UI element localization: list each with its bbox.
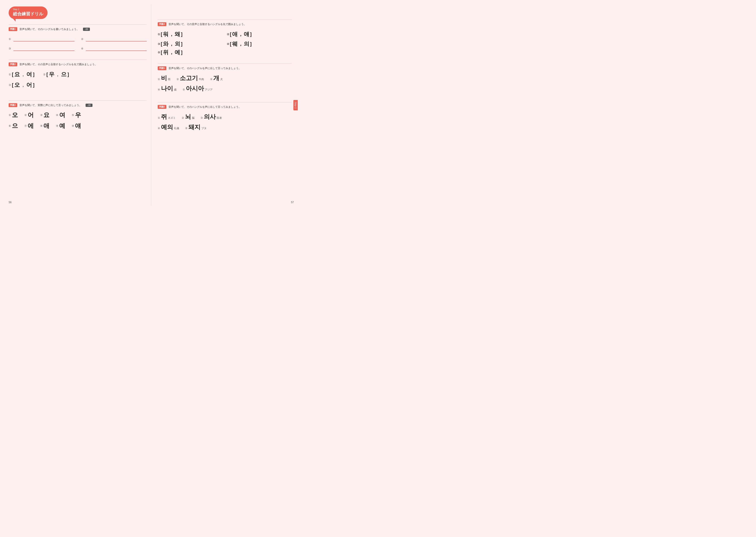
- mondai1-audio[interactable]: ↓00: [83, 28, 90, 31]
- mondai4-header: 問題4 音声を聞いて、その音声と合致するハングルを丸で囲みましょう。: [158, 22, 292, 26]
- mondai6-i1: ① 쥐 ネズミ: [158, 113, 176, 121]
- mondai3-instruction: 音声を聞いて、実際に声に出して言ってみましょう。: [20, 103, 82, 107]
- writing-num-3: ③: [9, 47, 12, 50]
- mondai5-i5: ⑤ 아시아 アジア: [183, 84, 213, 93]
- mondai4-i5: ⑤ [ 위 ， 예 ]: [158, 49, 292, 56]
- title-text: 総合練習ドリル: [13, 11, 43, 17]
- mondai6-i3: ③ 의사 医者: [200, 113, 222, 121]
- mondai5-section: 問題5 音声を聞いて、そのハングルを声に出して言ってみましょう。 ① 비 雨 ②…: [158, 63, 292, 98]
- mondai3-row1: ① 오 ② 어 ③ 요 ④ 여: [9, 111, 147, 119]
- mondai4-i4: ④ [ 웨 ， 의 ]: [227, 40, 292, 48]
- page-number-right: 57: [291, 201, 294, 204]
- mondai3-r1i2: ② 어: [24, 111, 34, 119]
- writing-num-2: ②: [81, 38, 84, 41]
- mondai6-i5: ⑤ 돼지 ブタ: [185, 123, 206, 131]
- write-line-2[interactable]: [86, 36, 147, 41]
- page-number-left: 56: [9, 201, 12, 204]
- mondai4-single: ⑤ [ 위 ， 예 ]: [158, 48, 292, 56]
- mondai3-r2i4: ⑨ 예: [56, 122, 65, 130]
- mondai6-row2: ④ 예의 礼儀 ⑤ 돼지 ブタ: [158, 123, 292, 131]
- mondai2-header: 問題2 音声を聞いて、その音声と合致するハングルを丸で囲みましょう。: [9, 62, 147, 66]
- write-line-4[interactable]: [86, 46, 147, 51]
- mondai3-section: 問題3 音声を聞いて、実際に声に出して言ってみましょう。 ↓00 ① 오 ② 어…: [9, 101, 147, 135]
- step-label: Step 1: [13, 8, 43, 11]
- mondai3-r2i5: ⑩ 얘: [72, 122, 81, 130]
- mondai3-r2i3: ⑧ 애: [40, 122, 50, 130]
- mondai2-badge: 問題2: [9, 62, 17, 66]
- mondai5-row2: ④ 나이 歳 ⑤ 아시아 アジア: [158, 84, 292, 93]
- header-bubble: Step 1 総合練習ドリル: [9, 7, 48, 19]
- mondai2-c2-num: ②: [43, 73, 46, 76]
- mondai3-r1i1: ① 오: [9, 111, 18, 119]
- mondai5-grid: ① 비 雨 ② 소고기 牛肉 ③ 개 犬: [158, 73, 292, 93]
- writing-num-1: ①: [9, 38, 12, 41]
- mondai3-r1i3: ③ 요: [40, 111, 50, 119]
- mondai3-audio[interactable]: ↓00: [86, 103, 93, 107]
- mondai6-instruction: 音声を聞いて、そのハングルを声に出して言ってみましょう。: [168, 105, 241, 109]
- writing-grid: ① ② ③ ④: [9, 34, 147, 51]
- mondai3-badge: 問題3: [9, 103, 17, 107]
- page-container: Step 1 総合練習ドリル 問題1 音声を聞いて、そのハングルを書いてみましょ…: [0, 0, 302, 215]
- mondai6-section: 問題6 音声を聞いて、そのハングルを声に出して言ってみましょう。 ① 쥐 ネズミ…: [158, 102, 292, 136]
- mondai1-badge: 問題1: [9, 27, 17, 31]
- mondai4-i2: ② [ 애 ， 얘 ]: [227, 30, 292, 38]
- mondai3-r2i2: ⑦ 에: [24, 122, 34, 130]
- mondai4-i1: ① [ 워 ， 왜 ]: [158, 30, 223, 38]
- mondai2-section: 問題2 音声を聞いて、その音声と合致するハングルを丸で囲みましょう。 ① [ 요…: [9, 60, 147, 94]
- mondai4-instruction: 音声を聞いて、その音声と合致するハングルを丸で囲みましょう。: [168, 22, 246, 26]
- writing-num-4: ④: [81, 47, 84, 50]
- mondai2-instruction: 音声を聞いて、その音声と合致するハングルを丸で囲みましょう。: [20, 62, 97, 66]
- mondai6-grid: ① 쥐 ネズミ ② 뇌 脳 ③ 의사 医者: [158, 112, 292, 131]
- mondai5-instruction: 音声を聞いて、そのハングルを声に出して言ってみましょう。: [168, 66, 241, 70]
- mondai6-i4: ④ 예의 礼儀: [158, 123, 179, 131]
- mondai5-i3: ③ 개 犬: [210, 74, 223, 82]
- mondai2-choices: ① [ 요 ， 여 ] ② [ 우 ， 으 ]: [9, 69, 147, 89]
- mondai5-i4: ④ 나이 歳: [158, 84, 177, 93]
- mondai5-i2: ② 소고기 牛肉: [177, 74, 204, 82]
- mondai2-c1-num: ①: [9, 73, 11, 76]
- mondai5-i1: ① 비 雨: [158, 74, 170, 82]
- mondai5-badge: 問題5: [158, 66, 166, 70]
- mondai1-section: 問題1 音声を聞いて、そのハングルを書いてみましょう。 ↓00 ① ② ③: [9, 24, 147, 54]
- mondai2-c3-num: ③: [9, 84, 11, 87]
- writing-item-3: ③: [9, 46, 74, 51]
- writing-item-1: ①: [9, 36, 74, 41]
- mondai3-r1i5: ⑤ 우: [72, 111, 81, 119]
- mondai2-row1: ① [ 요 ， 여 ] ② [ 우 ， 으 ]: [9, 71, 147, 78]
- mondai1-header: 問題1 音声を聞いて、そのハングルを書いてみましょう。 ↓00: [9, 27, 147, 31]
- bubble-shape: Step 1 総合練習ドリル: [9, 7, 48, 19]
- side-tab: Step 1: [293, 100, 298, 110]
- mondai4-i3: ③ [ 와 ， 외 ]: [158, 40, 223, 48]
- writing-item-4: ④: [81, 46, 147, 51]
- mondai2-row2: ③ [ 오 ， 어 ]: [9, 81, 147, 89]
- mondai5-row1: ① 비 雨 ② 소고기 牛肉 ③ 개 犬: [158, 74, 292, 82]
- mondai6-row1: ① 쥐 ネズミ ② 뇌 脳 ③ 의사 医者: [158, 113, 292, 121]
- write-line-3[interactable]: [13, 46, 74, 51]
- right-page: 問題4 音声を聞いて、その音声と合致するハングルを丸で囲みましょう。 ① [ 워…: [151, 4, 296, 206]
- mondai2-choice2: ② [ 우 ， 으 ]: [43, 71, 69, 78]
- mondai2-choice3: ③ [ 오 ， 어 ]: [9, 81, 34, 89]
- write-line-1[interactable]: [13, 36, 74, 41]
- mondai3-r1i4: ④ 여: [56, 111, 65, 119]
- mondai1-instruction: 音声を聞いて、そのハングルを書いてみましょう。: [20, 27, 79, 31]
- mondai6-header: 問題6 音声を聞いて、そのハングルを声に出して言ってみましょう。: [158, 105, 292, 109]
- mondai4-badge: 問題4: [158, 22, 166, 26]
- mondai2-choice1: ① [ 요 ， 여 ]: [9, 71, 34, 78]
- mondai4-section: 問題4 音声を聞いて、その音声と合致するハングルを丸で囲みましょう。 ① [ 워…: [158, 20, 292, 59]
- mondai6-i2: ② 뇌 脳: [182, 113, 195, 121]
- mondai5-header: 問題5 音声を聞いて、そのハングルを声に出して言ってみましょう。: [158, 66, 292, 70]
- mondai6-badge: 問題6: [158, 105, 166, 109]
- writing-item-2: ②: [81, 36, 147, 41]
- mondai3-reading: ① 오 ② 어 ③ 요 ④ 여: [9, 110, 147, 130]
- mondai3-r2i1: ⑥ 으: [9, 122, 18, 130]
- mondai3-header: 問題3 音声を聞いて、実際に声に出して言ってみましょう。 ↓00: [9, 103, 147, 107]
- left-page: Step 1 総合練習ドリル 問題1 音声を聞いて、そのハングルを書いてみましょ…: [7, 4, 151, 206]
- mondai4-grid: ① [ 워 ， 왜 ] ② [ 애 ， 얘 ] ③ [: [158, 29, 292, 48]
- mondai3-row2: ⑥ 으 ⑦ 에 ⑧ 애 ⑨ 예: [9, 122, 147, 130]
